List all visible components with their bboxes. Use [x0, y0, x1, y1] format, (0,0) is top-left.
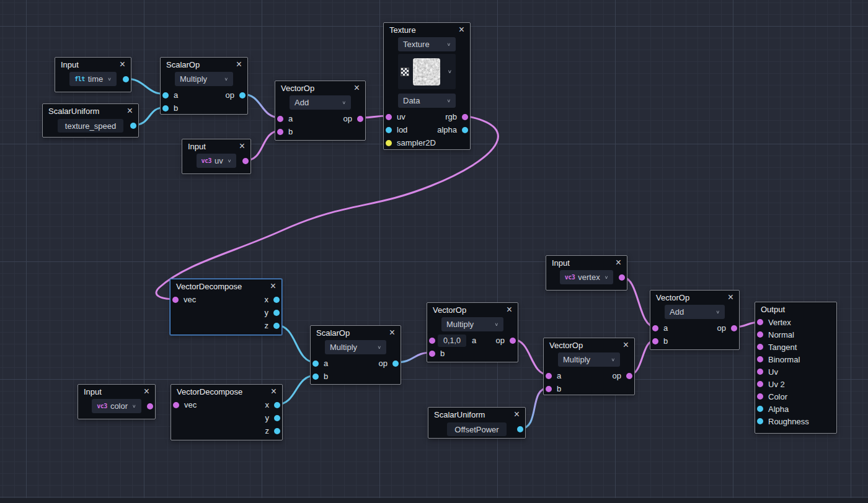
- node-vectorop-multiply-2[interactable]: VectorOp×Multiply∨aopb: [543, 338, 635, 395]
- scalarop-2-port-op[interactable]: [392, 361, 399, 367]
- vectorop-add-1-port-a[interactable]: [277, 116, 283, 122]
- texture-port-uv[interactable]: [386, 114, 392, 120]
- node-header[interactable]: VectorOp×: [650, 291, 739, 304]
- output-port-Alpha[interactable]: [757, 406, 763, 412]
- scalaruniform-texture-speed-port-out[interactable]: [130, 123, 136, 129]
- node-input-vertex[interactable]: Input×vc3vertex∨: [546, 255, 627, 291]
- close-icon[interactable]: ×: [270, 282, 276, 291]
- vectorop-add-2-port-op[interactable]: [731, 325, 737, 331]
- vectorop-multiply-1-port-op[interactable]: [510, 338, 516, 344]
- node-header[interactable]: Input×: [78, 385, 155, 398]
- vectorop-multiply-2-port-op[interactable]: [626, 373, 632, 379]
- node-header[interactable]: ScalarOp×: [311, 326, 401, 339]
- node-header[interactable]: Texture×: [384, 23, 470, 37]
- scalarop-2-port-b[interactable]: [312, 374, 319, 380]
- close-icon[interactable]: ×: [514, 410, 520, 419]
- operation-dropdown[interactable]: Texture∨: [398, 37, 456, 51]
- node-vectorop-multiply-1[interactable]: VectorOp×Multiply∨0,1,0aopb: [427, 302, 518, 362]
- texture-port-sampler2D[interactable]: [386, 140, 392, 146]
- texture-port-alpha[interactable]: [462, 127, 468, 133]
- node-scalarop-2[interactable]: ScalarOp×Multiply∨aopb: [310, 325, 401, 385]
- operation-dropdown[interactable]: Data∨: [398, 94, 456, 108]
- vectorop-add-2-port-b[interactable]: [652, 338, 658, 344]
- close-icon[interactable]: ×: [389, 328, 395, 337]
- node-header[interactable]: ScalarUniform×: [428, 408, 525, 421]
- output-port-Vertex[interactable]: [757, 319, 763, 325]
- close-icon[interactable]: ×: [507, 305, 512, 314]
- texture-port-rgb[interactable]: [462, 114, 468, 120]
- node-header[interactable]: VectorDecompose×: [171, 385, 282, 398]
- vectorop-add-1-port-b[interactable]: [277, 129, 283, 135]
- node-scalaruniform-texture-speed[interactable]: ScalarUniform×texture_speed: [42, 103, 139, 138]
- input-type-dropdown[interactable]: flttime∨: [69, 72, 117, 86]
- vectorop-multiply-2-port-b[interactable]: [546, 386, 552, 392]
- close-icon[interactable]: ×: [144, 387, 149, 396]
- node-vectorop-add-2[interactable]: VectorOp×Add∨aopb: [650, 290, 740, 350]
- input-type-dropdown[interactable]: vc3color∨: [92, 399, 141, 413]
- node-output[interactable]: OutputVertexNormalTangentBinormalUvUv 2C…: [755, 302, 837, 434]
- vector-value-field[interactable]: 0,1,0: [438, 335, 466, 347]
- vectordecompose-2-port-z[interactable]: [274, 428, 280, 434]
- scalarop-1-port-b[interactable]: [162, 105, 169, 112]
- output-port-Tangent[interactable]: [757, 344, 763, 350]
- close-icon[interactable]: ×: [271, 387, 277, 396]
- shader-graph-canvas[interactable]: Input×flttime∨ScalarUniform×texture_spee…: [0, 0, 868, 503]
- close-icon[interactable]: ×: [127, 107, 133, 115]
- close-icon[interactable]: ×: [623, 341, 629, 349]
- node-header[interactable]: VectorOp×: [544, 338, 634, 352]
- output-port-Uv 2[interactable]: [757, 381, 763, 387]
- node-scalarop-1[interactable]: ScalarOp×Multiply∨aopb: [160, 57, 248, 115]
- texture-preview[interactable]: ∨: [398, 54, 456, 89]
- node-header[interactable]: ScalarUniform×: [43, 104, 138, 118]
- uniform-name-field[interactable]: OffsetPower: [447, 422, 506, 436]
- node-header[interactable]: Input×: [546, 256, 627, 269]
- close-icon[interactable]: ×: [616, 258, 621, 267]
- vectorop-add-2-port-a[interactable]: [652, 325, 658, 331]
- vectordecompose-1-port-x[interactable]: [273, 297, 280, 303]
- scalarop-1-port-a[interactable]: [162, 92, 169, 98]
- texture-port-lod[interactable]: [386, 127, 392, 133]
- input-color-port-out[interactable]: [147, 403, 153, 409]
- input-time-port-out[interactable]: [123, 76, 129, 82]
- input-uv-port-out[interactable]: [242, 158, 249, 164]
- vectordecompose-1-port-vec[interactable]: [172, 297, 179, 303]
- node-vectordecompose-2[interactable]: VectorDecompose×vecxyz: [170, 384, 283, 440]
- node-input-uv[interactable]: Input×vc3uv∨: [182, 139, 251, 174]
- vectordecompose-2-port-x[interactable]: [274, 402, 280, 408]
- close-icon[interactable]: ×: [728, 293, 733, 302]
- node-input-time[interactable]: Input×flttime∨: [55, 57, 131, 92]
- output-port-Color[interactable]: [757, 393, 763, 400]
- scalarop-1-port-op[interactable]: [239, 92, 246, 98]
- scalarop-2-port-a[interactable]: [312, 361, 319, 367]
- input-type-dropdown[interactable]: vc3vertex∨: [560, 270, 614, 284]
- close-icon[interactable]: ×: [120, 60, 125, 69]
- node-header[interactable]: VectorOp×: [427, 303, 518, 317]
- vectordecompose-1-port-z[interactable]: [273, 323, 280, 329]
- output-port-Binormal[interactable]: [757, 356, 763, 362]
- node-vectorop-add-1[interactable]: VectorOp×Add∨aopb: [275, 81, 366, 141]
- operation-dropdown[interactable]: Multiply∨: [441, 317, 503, 331]
- vectorop-multiply-2-port-a[interactable]: [546, 373, 552, 379]
- node-header[interactable]: Input×: [182, 139, 250, 153]
- close-icon[interactable]: ×: [239, 142, 245, 151]
- vectorop-multiply-1-port-a-vec[interactable]: [429, 338, 435, 344]
- output-port-Roughness[interactable]: [757, 418, 763, 424]
- output-port-Uv[interactable]: [757, 369, 763, 375]
- operation-dropdown[interactable]: Add∨: [290, 95, 351, 110]
- vectorop-multiply-1-port-b[interactable]: [429, 351, 435, 357]
- node-texture[interactable]: Texture×Texture∨∨Data∨uvrgblodalphasampl…: [383, 22, 471, 150]
- node-header[interactable]: VectorOp×: [275, 81, 365, 95]
- node-header[interactable]: VectorDecompose×: [170, 279, 281, 293]
- node-header[interactable]: Output: [755, 302, 836, 316]
- operation-dropdown[interactable]: Multiply∨: [175, 72, 233, 86]
- output-port-Normal[interactable]: [757, 331, 763, 338]
- vectordecompose-1-port-y[interactable]: [273, 310, 280, 316]
- operation-dropdown[interactable]: Add∨: [665, 305, 725, 319]
- close-icon[interactable]: ×: [459, 25, 464, 34]
- scalaruniform-offsetpower-port-out[interactable]: [517, 426, 523, 432]
- vectordecompose-2-port-vec[interactable]: [173, 402, 179, 408]
- node-vectordecompose-1[interactable]: VectorDecompose×vecxyz: [170, 279, 282, 335]
- vectordecompose-2-port-y[interactable]: [274, 415, 280, 421]
- operation-dropdown[interactable]: Multiply∨: [558, 352, 620, 367]
- node-scalaruniform-offsetpower[interactable]: ScalarUniform×OffsetPower: [428, 407, 526, 439]
